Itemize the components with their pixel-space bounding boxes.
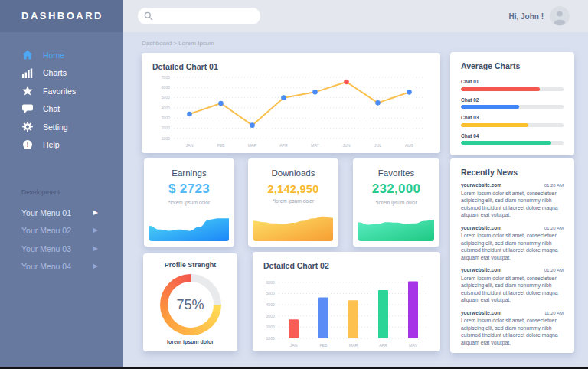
sidebar-item-your-menu-01[interactable]: Your Menu 01 ▶ [0, 204, 122, 222]
sidebar-item-label: Charts [43, 68, 67, 77]
svg-text:5000: 5000 [161, 95, 170, 100]
sidebar: DASHBOARD Home Charts Favorites Chat [0, 0, 122, 369]
sidebar-item-charts[interactable]: Charts [0, 64, 122, 83]
sidebar-item-your-menu-02[interactable]: Your Menu 02 ▶ [0, 222, 122, 240]
sidebar-item-favorites[interactable]: Favorites [0, 82, 122, 100]
news-source[interactable]: yourwebsite.com [461, 182, 501, 188]
stat-value: 232,000 [353, 181, 439, 197]
card-title: Profile Strenght [143, 261, 237, 269]
downloads-card: Downloads 2,142,950 *lorem ipsum dolor [248, 158, 338, 247]
svg-text:1000: 1000 [266, 336, 275, 341]
sidebar-item-label: Setting [43, 122, 68, 132]
earnings-area-chart [149, 211, 229, 241]
breadcrumb: Dashboard > Lorem Ipsum [142, 40, 214, 47]
earnings-card: Earnings $ 2723 *lorem ipsum dolor [144, 158, 234, 247]
svg-text:2000: 2000 [266, 325, 275, 329]
average-charts-card: Average Charts Chat 01 Chat 02 Chat 03 C… [450, 52, 574, 155]
stat-value: 2,142,950 [248, 183, 338, 195]
gear-icon [21, 122, 34, 132]
news-time: 11:20 AM [544, 311, 564, 315]
news-source[interactable]: yourwebsite.com [461, 310, 501, 315]
svg-text:2000: 2000 [161, 126, 170, 130]
donut-hole: 75% [168, 282, 214, 328]
progress-fill [461, 141, 551, 145]
svg-text:4000: 4000 [161, 106, 170, 110]
svg-text:6000: 6000 [266, 280, 275, 285]
card-title: Recently News [450, 158, 574, 177]
svg-text:4000: 4000 [266, 302, 275, 307]
progress-fill [461, 123, 528, 127]
recently-news-card: Recently News yourwebsite.com01:20 AM Lo… [450, 158, 574, 353]
downloads-area-chart [253, 211, 333, 241]
svg-text:FEB: FEB [319, 343, 328, 348]
svg-text:APR: APR [379, 343, 387, 348]
news-item: yourwebsite.com11:20 AM Lorem ipsum dolo… [461, 310, 564, 347]
bar-chart-svg: 100020003000400050006000JANFEBMARAPRMAY [257, 272, 436, 348]
card-title: Detailed Chart 01 [142, 53, 440, 71]
svg-text:AUG: AUG [405, 143, 413, 148]
progress-label: Chat 03 [461, 115, 564, 120]
sidebar-item-your-menu-04[interactable]: Your Menu 04 ▶ [0, 258, 122, 276]
submenu-arrow-icon: ▶ [93, 227, 98, 233]
stat-caption: *lorem ipsum dolor [144, 200, 234, 205]
news-body: Lorem ipsum dolor sit amet, consectetuer… [461, 317, 564, 346]
search-bar[interactable] [138, 8, 260, 24]
news-body: Lorem ipsum dolor sit amet, consectetuer… [461, 232, 564, 261]
news-body: Lorem ipsum dolor sit amet, consectetuer… [461, 275, 564, 304]
sidebar-item-label: Home [43, 51, 64, 60]
news-source[interactable]: yourwebsite.com [461, 267, 501, 273]
svg-text:FEB: FEB [217, 143, 225, 148]
favorites-card: Favorites 232,000 *lorem ipsum dolor [353, 158, 439, 247]
progress-list: Chat 01 Chat 02 Chat 03 Chat 04 [450, 70, 574, 145]
stat-title: Earnings [144, 168, 234, 178]
progress-label: Chat 02 [461, 97, 564, 103]
progress-track [461, 141, 564, 145]
submenu-arrow-icon: ▶ [93, 246, 98, 252]
donut-value: 75% [176, 297, 204, 313]
stat-title: Downloads [248, 168, 338, 178]
sidebar-section-development: Development [21, 188, 122, 196]
avatar[interactable] [550, 6, 570, 26]
svg-text:APR: APR [279, 143, 288, 148]
favorites-area-chart [358, 211, 434, 241]
svg-text:7000: 7000 [161, 75, 170, 80]
progress-row: Chat 02 [461, 97, 564, 109]
news-item: yourwebsite.com01:20 AM Lorem ipsum dolo… [461, 267, 564, 304]
sidebar-item-home[interactable]: Home [0, 46, 122, 64]
profile-strength-card: Profile Strenght 75% lorem ipsum dolor [143, 253, 237, 351]
bar-chart-icon [21, 67, 34, 78]
svg-text:3000: 3000 [161, 116, 170, 120]
sidebar-item-chat[interactable]: Chat [0, 100, 122, 119]
news-time: 01:20 AM [544, 268, 564, 273]
search-icon [144, 11, 153, 21]
svg-text:JAN: JAN [290, 343, 298, 348]
stat-caption: *lorem ipsum dolor [353, 200, 439, 205]
submenu-arrow-icon: ▶ [93, 210, 98, 216]
sidebar-menu: Home Charts Favorites Chat [0, 46, 122, 154]
sidebar-item-label: Your Menu 04 [21, 262, 71, 271]
sidebar-item-help[interactable]: ! Help [0, 136, 122, 155]
news-item: yourwebsite.com01:20 AM Lorem ipsum dolo… [461, 225, 564, 262]
sidebar-item-label: Your Menu 02 [21, 226, 71, 235]
stat-value: $ 2723 [144, 181, 234, 197]
topbar: Hi, John ! [122, 0, 588, 32]
progress-track [461, 87, 564, 91]
news-time: 01:20 AM [544, 183, 564, 188]
sidebar-item-setting[interactable]: Setting [0, 118, 122, 136]
sidebar-item-your-menu-03[interactable]: Your Menu 03 ▶ [0, 240, 122, 258]
detailed-chart-02-card: Detailed Chart 02 1000200030004000500060… [253, 252, 440, 351]
progress-label: Chat 01 [461, 79, 564, 84]
app-brand: DASHBOARD [0, 0, 122, 32]
news-time: 01:20 AM [544, 226, 564, 230]
card-title: Detailed Chart 02 [253, 252, 440, 270]
svg-text:5000: 5000 [266, 291, 275, 296]
submenu-arrow-icon: ▶ [93, 263, 98, 269]
sidebar-item-label: Your Menu 01 [21, 208, 71, 217]
svg-text:6000: 6000 [161, 85, 170, 90]
news-source[interactable]: yourwebsite.com [461, 225, 501, 230]
svg-text:MAR: MAR [248, 143, 257, 148]
progress-fill [461, 105, 519, 109]
svg-text:MAY: MAY [311, 143, 319, 148]
search-input[interactable] [158, 12, 254, 20]
chat-icon [21, 103, 34, 114]
